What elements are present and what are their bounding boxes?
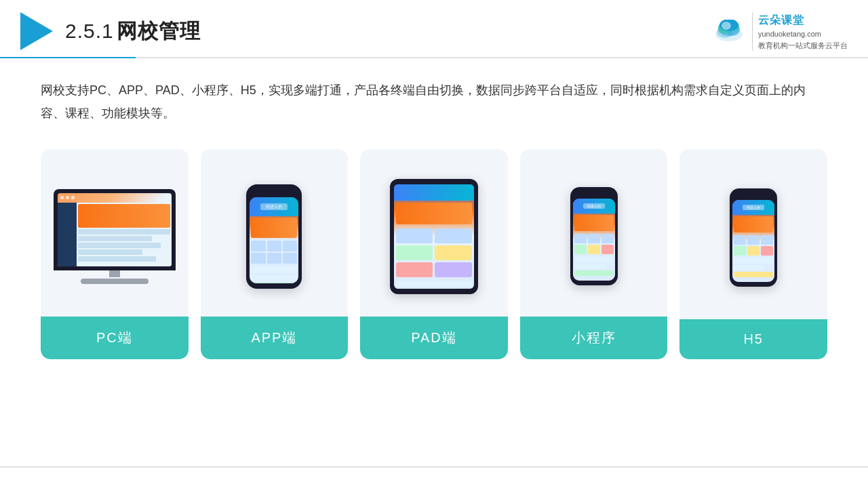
app-image-area: 招进人的 [201, 149, 349, 317]
card-mini-label: 小程序 [520, 317, 668, 359]
h5-phone-icon: 招进人的 [730, 188, 777, 287]
device-cards: PC端 招进人的 [41, 149, 827, 359]
brand-logo: 云朵课堂 yunduoketang.com 教育机构一站式服务云平台 [711, 12, 848, 51]
tablet-icon [390, 179, 478, 294]
card-pad: PAD端 [360, 149, 508, 359]
page-title: 2.5.1网校管理 [65, 18, 201, 45]
h5-image-area: 招进人的 [679, 149, 827, 319]
brand-domain: yunduoketang.com [758, 28, 848, 40]
phone-icon: 招进人的 [246, 184, 302, 289]
brand-tagline: 教育机构一站式服务云平台 [758, 40, 848, 52]
pc-image-area [41, 149, 189, 317]
svg-point-7 [722, 22, 731, 30]
mini-image-area: 招进人的 [520, 149, 668, 317]
card-app: 招进人的 [201, 149, 349, 359]
brand-name: 云朵课堂 [758, 12, 848, 28]
description-text: 网校支持PC、APP、PAD、小程序、H5，实现多端打通，产品各终端自由切换，数… [41, 79, 827, 125]
card-app-label: APP端 [201, 317, 349, 359]
header: 2.5.1网校管理 云朵课堂 yunduoketang.com 教育机构一站式服… [0, 0, 868, 50]
card-mini: 招进人的 [520, 149, 668, 359]
bottom-divider [0, 466, 868, 468]
card-h5: 招进人的 [679, 149, 827, 359]
card-h5-label: H5 [679, 319, 827, 359]
card-pc-label: PC端 [41, 317, 189, 359]
cloud-icon [711, 20, 747, 44]
pc-monitor-icon [54, 189, 176, 284]
section-number: 2.5.1 [65, 20, 114, 42]
header-divider [0, 57, 868, 58]
pad-image-area [360, 149, 508, 317]
logo-icon [20, 12, 53, 50]
card-pc: PC端 [41, 149, 189, 359]
brand-text-block: 云朵课堂 yunduoketang.com 教育机构一站式服务云平台 [752, 12, 848, 51]
card-pad-label: PAD端 [360, 317, 508, 359]
mini-phone-icon: 招进人的 [570, 187, 618, 285]
